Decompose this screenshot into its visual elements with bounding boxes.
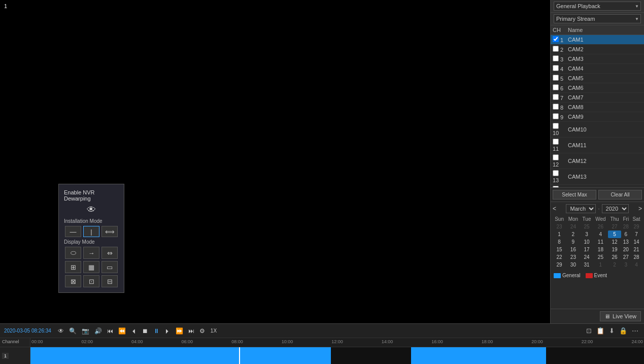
install-mode-ceil[interactable]: ⟺	[101, 226, 118, 237]
cal-day[interactable]: 24	[581, 253, 593, 261]
cal-day[interactable]: 27	[608, 223, 621, 230]
cal-day[interactable]: 14	[631, 238, 642, 246]
cal-prev-button[interactable]: <	[553, 205, 556, 212]
cam-row[interactable]: 4 CAM4	[551, 64, 644, 74]
cal-day[interactable]: 9	[566, 238, 581, 246]
cal-day[interactable]: 19	[608, 246, 621, 253]
track-area[interactable]	[30, 347, 644, 364]
cal-day[interactable]: 29	[631, 223, 642, 230]
eye-icon[interactable]: 👁	[64, 205, 119, 215]
cal-day[interactable]: 27	[621, 253, 631, 261]
cal-day[interactable]: 20	[621, 246, 631, 253]
display-btn-grid-h[interactable]: ▦	[83, 261, 99, 273]
cam-checkbox[interactable]	[553, 84, 559, 90]
cal-day[interactable]: 15	[553, 246, 566, 253]
mark-btn[interactable]: ⊡	[585, 326, 593, 335]
cam-row[interactable]: 10 CAM10	[551, 122, 644, 138]
live-view-button[interactable]: 🖥 Live View	[600, 311, 641, 321]
display-btn-wide[interactable]: ▭	[101, 261, 118, 273]
cam-checkbox[interactable]	[553, 123, 559, 129]
cam-checkbox[interactable]	[553, 154, 559, 160]
snapshot-btn[interactable]: 📷	[80, 327, 91, 335]
cam-row[interactable]: 11 CAM11	[551, 138, 644, 153]
download-btn[interactable]: ⬇	[607, 326, 616, 335]
cal-day[interactable]: 4	[593, 230, 608, 238]
cal-day[interactable]: 21	[631, 246, 642, 253]
cam-row[interactable]: 1 CAM1	[551, 35, 644, 45]
install-mode-flat[interactable]: —	[65, 226, 81, 237]
cal-month-select[interactable]: March	[566, 204, 596, 213]
lock-btn[interactable]: 🔒	[618, 326, 629, 335]
cam-row[interactable]: 5 CAM5	[551, 74, 644, 83]
cal-day[interactable]: 12	[608, 238, 621, 246]
cal-day[interactable]: 25	[581, 223, 593, 230]
play-btn[interactable]: ⏵	[163, 327, 172, 335]
cam-checkbox[interactable]	[553, 170, 559, 176]
cal-day[interactable]: 26	[608, 253, 621, 261]
clip-btn[interactable]: 📋	[595, 326, 606, 335]
cam-row[interactable]: 9 CAM9	[551, 112, 644, 122]
display-btn-circle[interactable]: ⬭	[65, 247, 81, 259]
display-btn-grid-sm[interactable]: ⊠	[65, 275, 81, 287]
cal-day[interactable]: 17	[581, 246, 593, 253]
cal-day[interactable]: 22	[553, 253, 566, 261]
stop-btn[interactable]: ⏹	[141, 327, 150, 335]
clear-all-button[interactable]: Clear All	[598, 190, 642, 200]
select-max-button[interactable]: Select Max	[553, 190, 596, 200]
cal-day[interactable]: 1	[553, 230, 566, 238]
cam-checkbox[interactable]	[553, 75, 559, 81]
cal-day[interactable]: 1	[593, 261, 608, 269]
cal-day[interactable]: 13	[621, 238, 631, 246]
cal-day[interactable]: 30	[566, 261, 581, 269]
display-btn-grid-lg[interactable]: ⊟	[101, 275, 118, 287]
cal-day[interactable]: 23	[566, 253, 581, 261]
audio-btn[interactable]: 🔊	[93, 327, 104, 335]
display-btn-dbl-arrow[interactable]: ⇔	[101, 247, 118, 259]
cal-day[interactable]: 16	[566, 246, 581, 253]
stream-select[interactable]: Primary Stream	[554, 14, 641, 23]
prev-frame-btn[interactable]: ⏪	[117, 327, 127, 335]
cal-day[interactable]: 24	[566, 223, 581, 230]
cal-day[interactable]: 11	[593, 238, 608, 246]
cam-row[interactable]: 12 CAM12	[551, 153, 644, 169]
eye-ctrl-btn[interactable]: 👁	[56, 327, 65, 335]
cal-day[interactable]: 7	[631, 230, 642, 238]
cal-day[interactable]: 2	[566, 230, 581, 238]
cal-day[interactable]: 23	[553, 223, 566, 230]
cam-checkbox[interactable]	[553, 113, 559, 119]
cal-day[interactable]: 28	[631, 253, 642, 261]
cal-year-select[interactable]: 2020	[602, 204, 629, 213]
cam-checkbox[interactable]	[553, 104, 559, 110]
cam-checkbox[interactable]	[553, 36, 559, 42]
cam-checkbox[interactable]	[553, 46, 559, 52]
install-mode-wall[interactable]: |	[83, 226, 99, 237]
cam-checkbox[interactable]	[553, 139, 559, 145]
cam-checkbox[interactable]	[553, 94, 559, 100]
cal-day[interactable]: 2	[608, 261, 621, 269]
cam-row[interactable]: 7 CAM7	[551, 93, 644, 103]
cam-row[interactable]: 13 CAM13	[551, 169, 644, 185]
cal-day[interactable]: 4	[631, 261, 642, 269]
cal-day[interactable]: 18	[593, 246, 608, 253]
cal-day[interactable]: 3	[621, 261, 631, 269]
cal-day[interactable]: 25	[593, 253, 608, 261]
cal-day[interactable]: 26	[593, 223, 608, 230]
cam-checkbox[interactable]	[553, 65, 559, 71]
more-btn[interactable]: ⋯	[630, 326, 640, 335]
cam-row[interactable]: 2 CAM2	[551, 45, 644, 54]
cal-day[interactable]: 8	[553, 238, 566, 246]
step-back-btn[interactable]: ⏴	[129, 327, 139, 335]
playback-mode-select[interactable]: General Playback	[554, 2, 641, 11]
zoom-in-btn[interactable]: 🔍	[67, 327, 78, 335]
cam-row[interactable]: 8 CAM8	[551, 103, 644, 112]
cal-next-button[interactable]: >	[638, 205, 642, 212]
display-btn-arrow[interactable]: →	[83, 247, 99, 259]
cal-day[interactable]: 31	[581, 261, 593, 269]
display-btn-grid-md[interactable]: ⊡	[83, 275, 99, 287]
skip-back-btn[interactable]: ⏮	[106, 327, 115, 335]
cal-day[interactable]: 10	[581, 238, 593, 246]
cal-day[interactable]: 6	[621, 230, 631, 238]
cal-day[interactable]: 5	[608, 230, 621, 238]
cal-day[interactable]: 28	[621, 223, 631, 230]
display-btn-grid4[interactable]: ⊞	[65, 261, 81, 273]
